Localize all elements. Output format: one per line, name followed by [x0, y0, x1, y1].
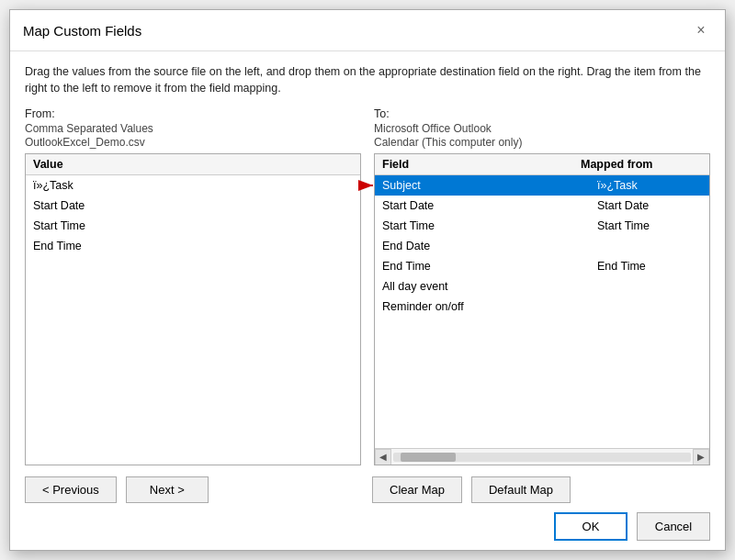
hscroll-track[interactable] [393, 453, 691, 462]
cancel-button[interactable]: Cancel [637, 512, 710, 541]
from-list-item[interactable]: Start Date [26, 196, 360, 216]
scroll-spacer [693, 154, 709, 174]
close-button[interactable]: × [690, 19, 712, 41]
to-list-item-mapped [590, 242, 709, 250]
to-list-item[interactable]: End TimeEnd Time [375, 256, 709, 276]
ok-cancel-row: OK Cancel [25, 512, 710, 541]
hscroll-thumb[interactable] [401, 453, 456, 462]
to-list-item[interactable]: All day event [375, 276, 709, 297]
left-buttons: < Previous Next > [25, 476, 363, 503]
map-custom-fields-dialog: Map Custom Fields × Drag the values from… [9, 9, 726, 551]
to-list-item-mapped: End Time [590, 256, 709, 276]
to-label: To: [374, 107, 710, 120]
next-button[interactable]: Next > [126, 476, 209, 503]
clear-map-button[interactable]: Clear Map [372, 476, 462, 503]
default-map-button[interactable]: Default Map [471, 476, 571, 503]
right-buttons: Clear Map Default Map [372, 476, 710, 503]
from-source-name: Comma Separated Values [25, 122, 361, 135]
to-list-item-mapped [590, 303, 709, 310]
title-bar: Map Custom Fields × [10, 10, 725, 51]
to-list-item[interactable]: Reminder on/off [375, 297, 709, 317]
to-list-item-field: Start Date [375, 196, 590, 216]
to-list-item-field: Reminder on/off [375, 297, 590, 317]
from-list-item[interactable]: Start Time [26, 216, 360, 236]
field-col-header: Field [375, 154, 573, 174]
from-source-file: OutlookExcel_Demo.csv [25, 136, 361, 149]
from-list-item[interactable]: End Time [26, 236, 360, 256]
dialog-title: Map Custom Fields [23, 23, 141, 39]
description-text: Drag the values from the source file on … [25, 64, 710, 96]
to-list-item[interactable]: Start TimeStart Time [375, 216, 709, 236]
dialog-body: Drag the values from the source file on … [10, 51, 725, 550]
to-list-items: Subjectï»¿TaskStart DateStart DateStart … [375, 175, 709, 448]
to-list-item[interactable]: Start DateStart Date [375, 196, 709, 216]
from-column-header: Value [26, 154, 360, 175]
ok-button[interactable]: OK [554, 512, 628, 541]
to-dest-name: Microsoft Office Outlook [374, 122, 710, 135]
mapped-col-header: Mapped from [573, 154, 693, 174]
to-list-item-field: All day event [375, 276, 590, 297]
hscroll-right-arrow[interactable]: ▶ [693, 449, 709, 465]
to-panel-list: Field Mapped from Subjectï»¿TaskStart Da… [374, 153, 710, 465]
previous-button[interactable]: < Previous [25, 476, 117, 503]
from-panel: From: Comma Separated Values OutlookExce… [25, 107, 361, 465]
to-dest-detail: Calendar (This computer only) [374, 136, 710, 149]
to-panel: To: Microsoft Office Outlook Calendar (T… [374, 107, 710, 465]
horizontal-scrollbar[interactable]: ◀ ▶ [375, 448, 709, 465]
from-list-item[interactable]: ï»¿Task [26, 175, 360, 196]
to-list-header: Field Mapped from [375, 154, 709, 175]
to-list-item[interactable]: Subjectï»¿Task [375, 175, 709, 196]
to-list-item-mapped: Start Date [590, 196, 709, 216]
to-list-item-mapped: Start Time [590, 216, 709, 236]
to-list-item-mapped [590, 283, 709, 290]
bottom-buttons-row: < Previous Next > Clear Map Default Map [25, 476, 710, 503]
to-list-item-field: Start Time [375, 216, 590, 236]
from-label: From: [25, 107, 361, 120]
from-list-items: ï»¿TaskStart DateStart TimeEnd Time [26, 175, 360, 462]
to-list-item-field: Subject [375, 175, 590, 196]
to-list-item-field: End Date [375, 236, 590, 256]
panels-container: From: Comma Separated Values OutlookExce… [25, 107, 710, 465]
from-panel-list: Value ï»¿TaskStart DateStart TimeEnd Tim… [25, 153, 361, 465]
hscroll-left-arrow[interactable]: ◀ [375, 449, 391, 465]
to-list-item-mapped: ï»¿Task [590, 175, 709, 196]
to-list-item-field: End Time [375, 256, 590, 276]
to-list-item[interactable]: End Date [375, 236, 709, 256]
